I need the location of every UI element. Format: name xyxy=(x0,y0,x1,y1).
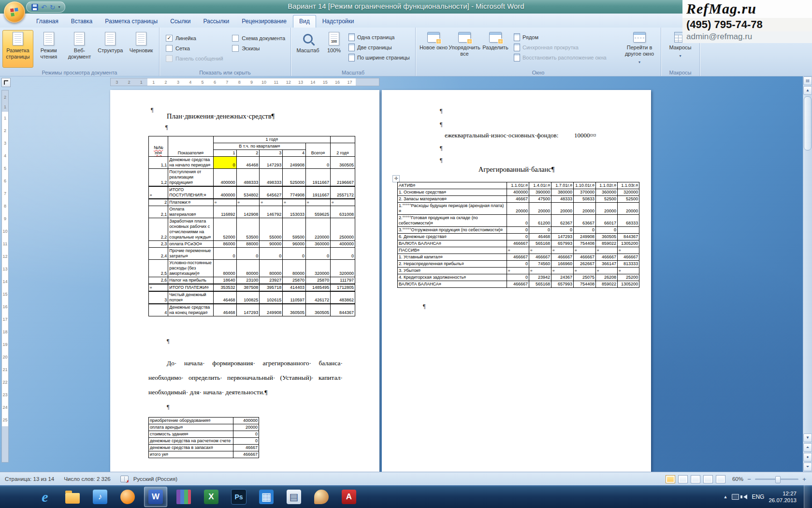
draft-view-button[interactable] xyxy=(716,475,725,483)
orange-app-icon[interactable] xyxy=(116,487,139,507)
horizontal-ruler[interactable]: 321 1234567891011121314151617 xyxy=(110,78,379,86)
zoom-page-option[interactable]: Две страницы xyxy=(348,42,410,52)
window-option-icon xyxy=(514,33,520,41)
pilcrow-mark: ¶ xyxy=(167,338,169,345)
checkbox-icon[interactable] xyxy=(166,45,173,52)
table-row: итого ук¤ 466667 xyxy=(149,451,259,458)
calculator-icon[interactable]: ▤ xyxy=(283,487,305,507)
zoom-page-option[interactable]: По ширине страницы xyxy=(348,52,410,62)
undo-icon[interactable]: ↶ xyxy=(41,4,47,11)
adobe-reader-icon[interactable]: A xyxy=(338,487,360,507)
window-command-button[interactable]: Разделить xyxy=(480,30,511,68)
vertical-scrollbar[interactable]: ▤ ▲ ▼ ⏶ ● ⏷ xyxy=(803,76,812,472)
tray-expand-icon[interactable]: ▲ xyxy=(724,494,728,499)
checkbox-icon[interactable] xyxy=(232,45,239,52)
document-page-14[interactable]: ¶ ¶ ежеквартальный·износ·основных·фондов… xyxy=(382,90,651,472)
window-option[interactable]: Восстановить расположение окна xyxy=(514,52,619,62)
app-tiles-icon[interactable]: ▦ xyxy=(255,487,277,507)
save-icon[interactable] xyxy=(31,4,38,11)
ribbon-tab[interactable]: Рассылки xyxy=(197,15,235,28)
ribbon-checkbox-item[interactable]: Схема документа xyxy=(232,33,285,43)
window-option[interactable]: Рядом xyxy=(514,32,619,42)
view-mode-button[interactable]: Режим чтения xyxy=(33,30,64,68)
ribbon-tab[interactable]: Ссылки xyxy=(164,15,197,28)
table-row: 4 Денежные средства на конец периода¤ 46… xyxy=(149,304,355,316)
document-page-13[interactable]: ¶ План·движения·денежных·средств¶ ¶ №№ п… xyxy=(110,90,379,472)
redo-icon[interactable]: ↻ xyxy=(50,4,56,11)
ribbon-tab[interactable]: Вставка xyxy=(65,15,99,28)
word-icon[interactable]: W xyxy=(144,487,167,507)
ribbon-tab[interactable]: Главная xyxy=(30,15,65,28)
window-option[interactable]: Синхронная прокрутка xyxy=(514,42,619,52)
proofing-status-icon[interactable] xyxy=(120,476,129,482)
table-row: 2,4 Прочие переменные затраты¤ 0 0 0 0 0… xyxy=(149,248,355,260)
ribbon-tab[interactable]: Разметка страницы xyxy=(99,15,164,28)
table-row: ПАССИВ¤ ¤ ¤ ¤ ¤ ¤ ¤ xyxy=(398,247,639,254)
paint-icon[interactable] xyxy=(310,487,333,507)
window-command-button[interactable]: Новое окно xyxy=(418,30,449,68)
ribbon-tab[interactable]: Надстройки xyxy=(316,15,361,28)
cashflow-plan-title: План·движения·денежных·средств¶ xyxy=(167,112,275,120)
table-move-handle-icon[interactable]: ✛ xyxy=(392,175,400,182)
show-desktop-button[interactable] xyxy=(804,485,810,508)
excel-icon[interactable]: X xyxy=(200,487,222,507)
table-row: стоимость здания¤ 0 xyxy=(149,431,259,438)
zoom-out-button[interactable]: − xyxy=(746,476,752,483)
view-mode-button[interactable]: Черновик xyxy=(126,30,157,68)
vertical-ruler[interactable]: 21 1234567891011121314151617181920212223… xyxy=(1,90,9,463)
view-mode-button[interactable]: Веб-документ xyxy=(64,30,95,68)
taskbar-clock[interactable]: 12:27 26.07.2013 xyxy=(768,490,799,504)
language-indicator[interactable]: Русский (Россия) xyxy=(129,476,182,482)
tab-selector-button[interactable] xyxy=(1,78,11,87)
ruler-toggle-button[interactable]: ▤ xyxy=(803,76,812,85)
ribbon-tab[interactable]: Вид xyxy=(293,15,316,28)
zoom-slider[interactable] xyxy=(755,478,798,480)
scrollbar-thumb[interactable] xyxy=(804,96,812,150)
qat-customize-icon[interactable]: ▾ xyxy=(58,5,60,9)
group-label: Показать или скрыть xyxy=(160,70,290,75)
zoom-level[interactable]: 60% xyxy=(732,476,743,482)
checkbox-icon[interactable]: ✓ xyxy=(166,35,173,42)
volume-tray-icon[interactable] xyxy=(743,494,747,499)
scroll-up-icon[interactable]: ▲ xyxy=(803,86,812,95)
zoom-page-option[interactable]: Одна страница xyxy=(348,32,410,42)
table-row: 1.°°°°°Расходы будущих периодов (арендна… xyxy=(398,203,639,215)
table-row: 2,1 Оплата материалов¤ 116892 142908 146… xyxy=(149,206,355,218)
keyboard-language[interactable]: ENG xyxy=(752,493,764,500)
select-browse-object-button[interactable]: ● xyxy=(803,453,812,462)
ribbon-checkbox-item[interactable]: Эскизы xyxy=(232,43,285,53)
view-mode-button[interactable]: Разметка страницы xyxy=(2,30,33,68)
ribbon-checkbox-item[interactable]: Сетка xyxy=(166,43,225,53)
file-manager-icon[interactable] xyxy=(61,487,84,507)
table-row: 2,5 Условно-постоянные расходы (без амор… xyxy=(149,260,355,277)
office-button[interactable] xyxy=(4,1,25,23)
ribbon-checkbox-item[interactable]: Панель сообщений xyxy=(166,53,225,63)
page-indicator[interactable]: Страница: 13 из 14 xyxy=(0,476,59,482)
scroll-down-icon[interactable]: ▼ xyxy=(803,433,812,442)
checkbox-icon[interactable] xyxy=(232,35,239,42)
winrar-icon[interactable] xyxy=(173,487,195,507)
switch-window-button[interactable]: Перейти в другое окно ▾ xyxy=(621,30,658,68)
zoom-button[interactable]: Масштаб xyxy=(293,30,322,68)
ribbon-tab[interactable]: Рецензирование xyxy=(235,15,293,28)
ribbon-checkbox-item[interactable]: ✓ Линейка xyxy=(166,33,225,43)
outline-view-button[interactable] xyxy=(703,475,713,483)
next-page-button[interactable]: ⏷ xyxy=(803,463,812,471)
zoom-slider-thumb[interactable] xyxy=(775,476,781,483)
checkbox-icon[interactable] xyxy=(166,55,173,62)
view-mode-button[interactable]: Структура xyxy=(95,30,126,68)
web-layout-view-button[interactable] xyxy=(691,475,700,483)
media-player-icon[interactable]: ♪ xyxy=(89,487,111,507)
print-layout-view-button[interactable] xyxy=(666,475,675,483)
fullscreen-view-button[interactable] xyxy=(678,475,688,483)
zoom-in-button[interactable]: + xyxy=(801,476,807,483)
display-tray-icon[interactable] xyxy=(732,494,739,500)
word-count[interactable]: Число слов: 2 326 xyxy=(59,476,116,482)
window-command-button[interactable]: Упорядочить все xyxy=(449,30,480,68)
internet-explorer-icon[interactable]: e xyxy=(34,487,56,507)
document-view-icon xyxy=(44,32,54,45)
table-row: 2,6 Налог на прибыль 18640 23100 23927 2… xyxy=(149,277,355,284)
previous-page-button[interactable]: ⏶ xyxy=(803,443,812,452)
photoshop-icon[interactable]: Ps xyxy=(228,487,250,507)
zoom-100-button[interactable]: 100 100% xyxy=(322,30,346,68)
